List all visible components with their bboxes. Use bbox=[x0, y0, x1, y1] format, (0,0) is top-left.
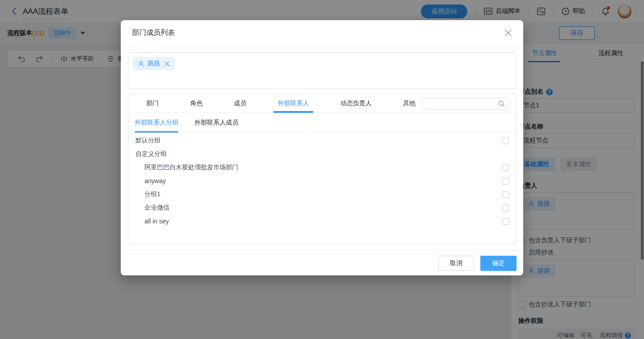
tab-other[interactable]: 其他 bbox=[403, 94, 415, 113]
group-list: 默认分组 自定义分组 阿里巴巴白木胶处理批发市场部门 anyway 分组1 企业… bbox=[128, 133, 516, 228]
department-member-dialog: 部门成员列表 路路 部门 角色 成员 外部联系人 动态负责人 其他 bbox=[121, 20, 523, 275]
tab-department[interactable]: 部门 bbox=[146, 94, 159, 113]
list-item[interactable]: 阿里巴巴白木胶处理批发市场部门 bbox=[128, 161, 516, 174]
list-item[interactable]: 企业微信 bbox=[128, 201, 516, 215]
list-item[interactable]: anyway bbox=[128, 174, 516, 188]
list-item-label: 默认分组 bbox=[136, 137, 161, 145]
subtab-external-members[interactable]: 外部联系人成员 bbox=[195, 113, 238, 133]
list-item-label: anyway bbox=[144, 177, 165, 185]
list-item-checkbox[interactable] bbox=[502, 164, 509, 171]
remove-tag-icon[interactable] bbox=[164, 61, 170, 67]
selected-member-name: 路路 bbox=[148, 60, 160, 68]
list-item[interactable]: all in sey bbox=[128, 215, 516, 228]
list-item-checkbox[interactable] bbox=[502, 137, 509, 144]
member-picker: 部门 角色 成员 外部联系人 动态负责人 其他 外部联系人分组 外部联系人成员 … bbox=[128, 94, 516, 245]
list-item[interactable]: 自定义分组 bbox=[128, 147, 516, 161]
list-item[interactable]: 默认分组 bbox=[128, 134, 516, 147]
search-icon bbox=[498, 100, 505, 107]
tab-role[interactable]: 角色 bbox=[190, 94, 203, 113]
list-item-checkbox[interactable] bbox=[502, 191, 509, 198]
tab-external-contacts[interactable]: 外部联系人 bbox=[278, 94, 309, 113]
list-item-label: 企业微信 bbox=[144, 204, 169, 212]
list-item-checkbox[interactable] bbox=[502, 205, 509, 211]
list-item[interactable]: 分组1 bbox=[128, 188, 516, 201]
picker-subtabs: 外部联系人分组 外部联系人成员 bbox=[128, 113, 516, 133]
tab-member[interactable]: 成员 bbox=[234, 94, 246, 113]
list-item-label: all in sey bbox=[144, 218, 169, 225]
tab-dynamic-owner[interactable]: 动态负责人 bbox=[340, 94, 372, 113]
subtab-external-groups[interactable]: 外部联系人分组 bbox=[135, 113, 178, 133]
dialog-title: 部门成员列表 bbox=[132, 28, 175, 38]
list-item-checkbox[interactable] bbox=[502, 218, 509, 225]
cancel-button[interactable]: 取消 bbox=[438, 256, 474, 271]
selected-member-tag: 路路 bbox=[133, 57, 175, 70]
list-item-checkbox[interactable] bbox=[502, 178, 509, 185]
list-item-label: 自定义分组 bbox=[136, 150, 167, 158]
picker-tabs: 部门 角色 成员 外部联系人 动态负责人 其他 bbox=[128, 94, 516, 113]
selected-members-box[interactable]: 路路 bbox=[128, 52, 516, 89]
person-icon bbox=[138, 60, 144, 67]
list-item-label: 阿里巴巴白木胶处理批发市场部门 bbox=[144, 163, 238, 172]
close-icon[interactable] bbox=[504, 29, 512, 37]
list-item-label: 分组1 bbox=[144, 190, 161, 198]
confirm-button[interactable]: 确定 bbox=[480, 256, 517, 271]
member-search-input[interactable] bbox=[421, 98, 509, 110]
